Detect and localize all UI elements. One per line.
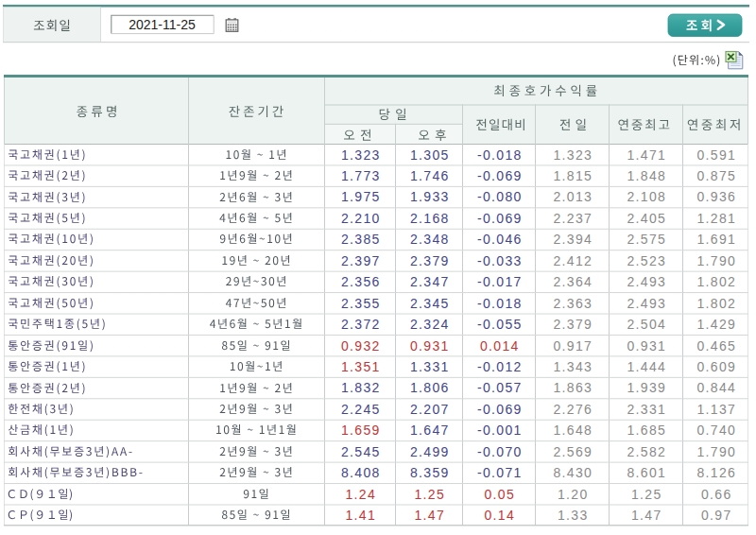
- svg-text:1.691: 1.691: [696, 232, 736, 247]
- svg-text:-0.069: -0.069: [477, 211, 523, 226]
- svg-text:1.429: 1.429: [696, 317, 736, 332]
- svg-text:8.359: 8.359: [410, 465, 450, 480]
- svg-text:2.523: 2.523: [627, 253, 666, 268]
- svg-text:1.806: 1.806: [410, 380, 450, 395]
- svg-text:1.773: 1.773: [341, 168, 381, 183]
- svg-text:2.356: 2.356: [341, 274, 381, 289]
- svg-text:2.276: 2.276: [553, 402, 593, 417]
- svg-text:-0.012: -0.012: [477, 359, 523, 374]
- svg-text:2.355: 2.355: [341, 296, 381, 311]
- svg-text:1.863: 1.863: [553, 380, 593, 395]
- svg-text:1.351: 1.351: [341, 359, 381, 374]
- svg-text:2.363: 2.363: [553, 296, 593, 311]
- svg-text:2.168: 2.168: [410, 211, 450, 226]
- svg-text:1.47: 1.47: [414, 508, 445, 523]
- svg-text:2.412: 2.412: [553, 253, 593, 268]
- svg-text:2021-11-25: 2021-11-25: [129, 17, 196, 32]
- svg-text:0.844: 0.844: [696, 380, 736, 395]
- svg-text:0.66: 0.66: [701, 487, 732, 502]
- svg-text:2.013: 2.013: [553, 189, 593, 204]
- svg-text:1.305: 1.305: [410, 147, 450, 163]
- svg-text:1.41: 1.41: [345, 508, 376, 523]
- svg-text:1.648: 1.648: [553, 423, 593, 438]
- svg-text:0.936: 0.936: [696, 189, 736, 204]
- svg-text:2.372: 2.372: [341, 317, 381, 332]
- svg-text:1.790: 1.790: [696, 444, 736, 459]
- svg-text:2.493: 2.493: [627, 296, 666, 311]
- svg-text:1.746: 1.746: [410, 168, 450, 183]
- svg-text:-0.046: -0.046: [477, 232, 523, 247]
- svg-text:1.933: 1.933: [410, 189, 450, 204]
- svg-text:-0.057: -0.057: [477, 380, 523, 395]
- svg-text:0.875: 0.875: [696, 168, 736, 183]
- svg-text:-0.033: -0.033: [477, 253, 523, 268]
- svg-text:1.471: 1.471: [627, 147, 666, 163]
- svg-text:1.137: 1.137: [696, 402, 736, 417]
- svg-text:2.582: 2.582: [627, 444, 666, 459]
- svg-text:1.33: 1.33: [558, 508, 589, 523]
- svg-text:8.430: 8.430: [553, 465, 593, 480]
- svg-text:1.20: 1.20: [558, 487, 589, 502]
- svg-text:2.108: 2.108: [627, 189, 666, 204]
- svg-text:0.931: 0.931: [627, 338, 666, 354]
- svg-text:8.408: 8.408: [341, 465, 381, 480]
- svg-text:2.499: 2.499: [410, 444, 450, 459]
- svg-text:1.790: 1.790: [696, 253, 736, 268]
- svg-text:1.323: 1.323: [553, 147, 593, 163]
- svg-text:0.609: 0.609: [696, 359, 736, 374]
- svg-text:1.848: 1.848: [627, 168, 666, 183]
- svg-text:-0.001: -0.001: [477, 423, 523, 438]
- svg-text:8.126: 8.126: [696, 465, 736, 480]
- svg-text:0.931: 0.931: [410, 338, 450, 354]
- svg-text:-0.055: -0.055: [477, 317, 523, 332]
- svg-text:2.210: 2.210: [341, 211, 381, 226]
- svg-text:1.939: 1.939: [627, 380, 666, 395]
- svg-text:-0.069: -0.069: [477, 402, 523, 417]
- svg-text:1.25: 1.25: [414, 487, 445, 502]
- svg-text:2.348: 2.348: [410, 232, 450, 247]
- svg-text:1.47: 1.47: [631, 508, 662, 523]
- svg-text:2.207: 2.207: [410, 402, 450, 417]
- svg-text:2.405: 2.405: [627, 211, 666, 226]
- svg-text:2.545: 2.545: [341, 444, 381, 459]
- svg-text:8.601: 8.601: [627, 465, 666, 480]
- svg-text:-0.017: -0.017: [477, 274, 523, 289]
- svg-text:1.281: 1.281: [696, 211, 736, 226]
- svg-text:2.345: 2.345: [410, 296, 450, 311]
- svg-text:2.245: 2.245: [341, 402, 381, 417]
- svg-text:0.05: 0.05: [484, 487, 515, 502]
- svg-text:0.740: 0.740: [696, 423, 736, 438]
- svg-text:0.465: 0.465: [696, 338, 736, 354]
- svg-text:1.685: 1.685: [627, 423, 666, 438]
- svg-text:1.25: 1.25: [631, 487, 662, 502]
- svg-text:1.802: 1.802: [696, 296, 736, 311]
- svg-text:2.385: 2.385: [341, 232, 381, 247]
- svg-text:1.647: 1.647: [410, 423, 450, 438]
- svg-text:-0.018: -0.018: [477, 147, 523, 163]
- svg-text:-0.070: -0.070: [477, 444, 523, 459]
- svg-text:2.575: 2.575: [627, 232, 666, 247]
- svg-text:2.331: 2.331: [627, 402, 666, 417]
- svg-text:2.364: 2.364: [553, 274, 593, 289]
- svg-text:0.917: 0.917: [553, 338, 593, 354]
- svg-text:1.343: 1.343: [553, 359, 593, 374]
- svg-text:2.237: 2.237: [553, 211, 593, 226]
- svg-text:2.569: 2.569: [553, 444, 593, 459]
- svg-text:-0.018: -0.018: [477, 296, 523, 311]
- svg-text:0.97: 0.97: [701, 508, 732, 523]
- svg-text:2.394: 2.394: [553, 232, 593, 247]
- svg-text:2.504: 2.504: [627, 317, 666, 332]
- svg-text:0.14: 0.14: [484, 508, 515, 523]
- svg-text:1.331: 1.331: [410, 359, 450, 374]
- svg-text:1.444: 1.444: [627, 359, 666, 374]
- svg-text:-0.069: -0.069: [477, 168, 523, 183]
- svg-text:2.379: 2.379: [553, 317, 593, 332]
- svg-text:2.493: 2.493: [627, 274, 666, 289]
- svg-text:2.324: 2.324: [410, 317, 450, 332]
- svg-text:1.802: 1.802: [696, 274, 736, 289]
- svg-text:1.323: 1.323: [341, 147, 381, 163]
- svg-text:-0.071: -0.071: [477, 465, 523, 480]
- svg-text:1.659: 1.659: [341, 423, 381, 438]
- svg-text:2.347: 2.347: [410, 274, 450, 289]
- svg-text:-0.080: -0.080: [477, 189, 523, 204]
